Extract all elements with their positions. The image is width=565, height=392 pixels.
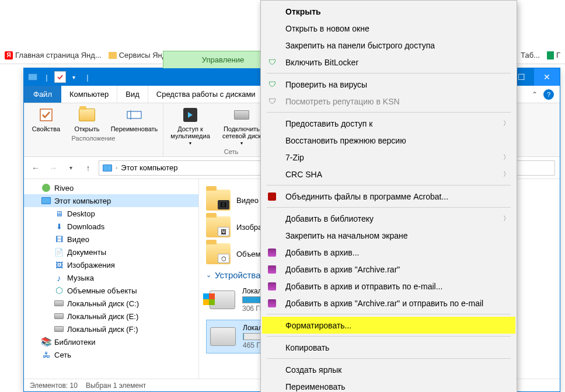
cm-label: Восстановить прежнюю версию bbox=[283, 136, 510, 145]
tree-label: Сеть bbox=[54, 351, 71, 359]
qat-separator2: | bbox=[81, 71, 94, 83]
cm-pin-start[interactable]: Закрепить на начальном экране bbox=[262, 227, 515, 244]
document-icon: 📄 bbox=[54, 247, 64, 257]
tab-computer[interactable]: Компьютер bbox=[61, 86, 117, 103]
winrar-icon bbox=[268, 299, 276, 307]
qat-properties-button[interactable] bbox=[54, 71, 66, 83]
tree-item-desktop[interactable]: 🖥Desktop bbox=[24, 207, 198, 220]
cm-add-archive-rar[interactable]: Добавить в архив "Archive.rar" bbox=[262, 261, 515, 278]
cm-pin-quickaccess[interactable]: Закрепить на панели быстрого доступа bbox=[262, 37, 515, 54]
tree-item-pictures[interactable]: 🖼Изображения bbox=[24, 258, 198, 271]
ribbon-label: Переименовать bbox=[111, 125, 158, 132]
tree-item-documents[interactable]: 📄Документы bbox=[24, 246, 198, 258]
tree-item-thispc[interactable]: Этот компьютер bbox=[24, 194, 198, 207]
cm-add-archive[interactable]: Добавить в архив... bbox=[262, 244, 515, 261]
cm-label: Открыть bbox=[283, 7, 510, 16]
cm-add-library[interactable]: Добавить в библиотеку〉 bbox=[262, 210, 515, 227]
bookmark-tab[interactable]: Таб... bbox=[521, 51, 540, 60]
up-button[interactable]: ↑ bbox=[81, 161, 95, 175]
qat-separator: | bbox=[40, 71, 53, 83]
cm-label: 7-Zip bbox=[283, 153, 497, 162]
bookmark-yandex-main[interactable]: Я Главная страница Янд... bbox=[5, 51, 102, 60]
qat-dropdown-button[interactable]: ▾ bbox=[67, 71, 80, 83]
cm-virus-scan[interactable]: 🛡Проверить на вирусы bbox=[262, 76, 515, 93]
tab-file[interactable]: Файл bbox=[24, 86, 61, 103]
media-icon bbox=[181, 106, 200, 124]
ribbon-label: Свойства bbox=[32, 125, 60, 132]
tree-label: Библиотеки bbox=[54, 338, 95, 346]
cm-rename[interactable]: Переименовать bbox=[262, 378, 515, 392]
chevron-right-icon: 〉 bbox=[503, 153, 510, 162]
cm-copy[interactable]: Копировать bbox=[262, 339, 515, 356]
tree-item-music[interactable]: ♪Музыка bbox=[24, 271, 198, 284]
tree-label: Riveo bbox=[54, 184, 74, 192]
cm-label: Переименовать bbox=[283, 382, 510, 391]
tab-view[interactable]: Вид bbox=[117, 86, 148, 103]
cm-ksn[interactable]: 🛡Посмотреть репутацию в KSN bbox=[262, 93, 515, 110]
menu-separator bbox=[267, 185, 511, 186]
music-icon: ♪ bbox=[54, 273, 64, 282]
ribbon-group-location: Свойства Открыть Переименовать Расположе… bbox=[24, 103, 163, 156]
cm-acrobat-combine[interactable]: Объединить файлы в программе Acrobat... bbox=[262, 188, 515, 205]
cm-format[interactable]: Форматировать... bbox=[262, 317, 515, 334]
ribbon-collapse-button[interactable]: ⌃ bbox=[532, 90, 538, 99]
downloads-icon: ⬇ bbox=[54, 222, 64, 231]
menu-separator bbox=[267, 336, 511, 337]
system-menu-icon[interactable] bbox=[26, 71, 39, 83]
menu-separator bbox=[267, 112, 511, 113]
help-button[interactable]: ? bbox=[543, 89, 554, 100]
tree-item-libraries[interactable]: 📚Библиотеки bbox=[24, 335, 198, 348]
close-button[interactable]: ✕ bbox=[534, 68, 560, 86]
folder-icon: 🎞 bbox=[206, 190, 231, 211]
tree-item-3dobjects[interactable]: ⬡Объемные объекты bbox=[24, 284, 198, 297]
ribbon-open-button[interactable]: Открыть bbox=[69, 106, 104, 132]
tree-item-network[interactable]: 🖧Сеть bbox=[24, 348, 198, 361]
recent-dropdown[interactable]: ▾ bbox=[64, 161, 78, 175]
tree-item-video[interactable]: 🎞Видео bbox=[24, 233, 198, 246]
tree-item-downloads[interactable]: ⬇Downloads bbox=[24, 220, 198, 233]
tree-item-disk-c[interactable]: Локальный диск (C:) bbox=[24, 297, 198, 310]
cube-icon: ⬡ bbox=[54, 286, 64, 295]
cm-label: Добавить в архив... bbox=[283, 248, 510, 257]
pictures-icon: 🖼 bbox=[54, 260, 64, 270]
context-menu: Открыть Открыть в новом окне Закрепить н… bbox=[260, 0, 517, 392]
tab-label: Файл bbox=[33, 90, 52, 99]
cm-open-new-window[interactable]: Открыть в новом окне bbox=[262, 20, 515, 37]
cm-label: Предоставить доступ к bbox=[283, 119, 497, 128]
status-selection: Выбран 1 элемент bbox=[86, 382, 146, 390]
tree-item-riveo[interactable]: Riveo bbox=[24, 181, 198, 194]
tree-item-disk-e[interactable]: Локальный диск (E:) bbox=[24, 310, 198, 323]
bookmark-sheets[interactable]: Г bbox=[547, 51, 560, 60]
back-button[interactable]: ← bbox=[29, 161, 43, 175]
cm-open[interactable]: Открыть bbox=[262, 3, 515, 20]
forward-button[interactable]: → bbox=[46, 161, 60, 175]
ribbon-map-drive-button[interactable]: Подключить сетевой диск▾ bbox=[218, 106, 265, 146]
cm-create-shortcut[interactable]: Создать ярлык bbox=[262, 361, 515, 378]
cm-7zip[interactable]: 7-Zip〉 bbox=[262, 149, 515, 166]
breadcrumb-thispc[interactable]: Этот компьютер bbox=[121, 163, 177, 172]
ribbon-rename-button[interactable]: Переименовать bbox=[110, 106, 158, 132]
status-item-count: Элементов: 10 bbox=[30, 382, 78, 390]
folder-label: Изобра bbox=[236, 223, 262, 232]
folder-icon: 🖼 bbox=[206, 216, 231, 237]
tab-disk-tools[interactable]: Средства работы с дисками bbox=[148, 86, 264, 103]
menu-separator bbox=[267, 314, 511, 314]
cm-add-archive-email[interactable]: Добавить в архив и отправить по e-mail..… bbox=[262, 278, 515, 295]
sheets-icon bbox=[547, 51, 554, 60]
tree-label: Этот компьютер bbox=[54, 197, 111, 205]
tree-label: Downloads bbox=[67, 222, 104, 231]
cm-restore-version[interactable]: Восстановить прежнюю версию bbox=[262, 132, 515, 149]
ribbon-properties-button[interactable]: Свойства bbox=[29, 106, 64, 132]
cm-bitlocker[interactable]: 🛡Включить BitLocker bbox=[262, 54, 515, 71]
tab-label: Управление bbox=[202, 55, 244, 64]
cm-label: Открыть в новом окне bbox=[283, 24, 510, 33]
cm-share[interactable]: Предоставить доступ к〉 bbox=[262, 115, 515, 132]
cm-add-rar-email[interactable]: Добавить в архив "Archive.rar" и отправи… bbox=[262, 295, 515, 312]
cm-label: Форматировать... bbox=[283, 321, 510, 330]
tree-item-disk-f[interactable]: Локальный диск (F:) bbox=[24, 323, 198, 335]
chevron-right-icon: › bbox=[116, 164, 117, 171]
folder-label: Объем bbox=[236, 250, 260, 258]
cm-crc-sha[interactable]: CRC SHA〉 bbox=[262, 166, 515, 183]
ribbon-media-access-button[interactable]: Доступ к мультимедиа▾ bbox=[168, 106, 212, 146]
bookmark-label: Главная страница Янд... bbox=[15, 51, 102, 60]
